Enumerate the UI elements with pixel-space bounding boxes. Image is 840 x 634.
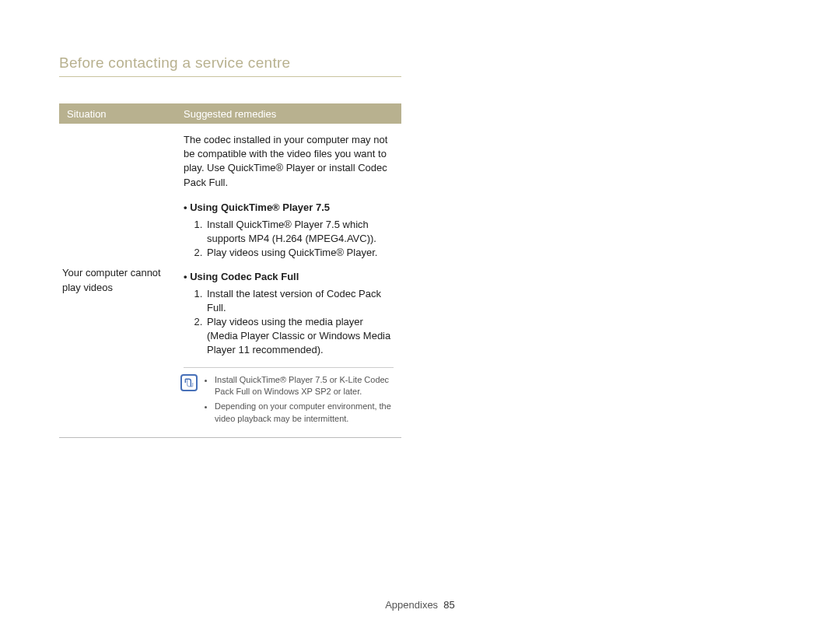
list-item: Play videos using the media player (Medi… bbox=[205, 315, 394, 358]
list-item: Play videos using QuickTime® Player. bbox=[205, 246, 394, 260]
page-title: Before contacting a service centre bbox=[59, 54, 290, 72]
situation-text: Your computer cannot play videos bbox=[62, 266, 173, 294]
th-situation: Situation bbox=[59, 108, 176, 120]
page-number: 85 bbox=[443, 599, 454, 611]
situation-cell: Your computer cannot play videos bbox=[59, 124, 176, 437]
section1-list: Install QuickTime® Player 7.5 which supp… bbox=[205, 218, 394, 261]
title-underline bbox=[59, 76, 401, 77]
note-item: Install QuickTime® Player 7.5 or K-Lite … bbox=[215, 374, 394, 398]
note-box: Install QuickTime® Player 7.5 or K-Lite … bbox=[184, 367, 394, 429]
intro-text: The codec installed in your computer may… bbox=[184, 133, 394, 190]
note-icon bbox=[180, 374, 198, 391]
note-content: Install QuickTime® Player 7.5 or K-Lite … bbox=[204, 374, 394, 429]
th-remedies: Suggested remedies bbox=[176, 108, 401, 120]
section1-heading: • Using QuickTime® Player 7.5 bbox=[184, 201, 394, 215]
footer-section: Appendixes bbox=[385, 599, 438, 611]
note-item: Depending on your computer environment, … bbox=[215, 401, 394, 425]
table-row: Your computer cannot play videos The cod… bbox=[59, 124, 401, 438]
remedies-table: Situation Suggested remedies Your comput… bbox=[59, 103, 401, 438]
list-item: Install QuickTime® Player 7.5 which supp… bbox=[205, 218, 394, 246]
section2-list: Install the latest version of Codec Pack… bbox=[205, 287, 394, 358]
section2-heading: • Using Codec Pack Full bbox=[184, 270, 394, 284]
remedies-cell: The codec installed in your computer may… bbox=[176, 124, 401, 437]
page-footer: Appendixes 85 bbox=[0, 599, 840, 611]
list-item: Install the latest version of Codec Pack… bbox=[205, 287, 394, 315]
table-header-row: Situation Suggested remedies bbox=[59, 103, 401, 124]
